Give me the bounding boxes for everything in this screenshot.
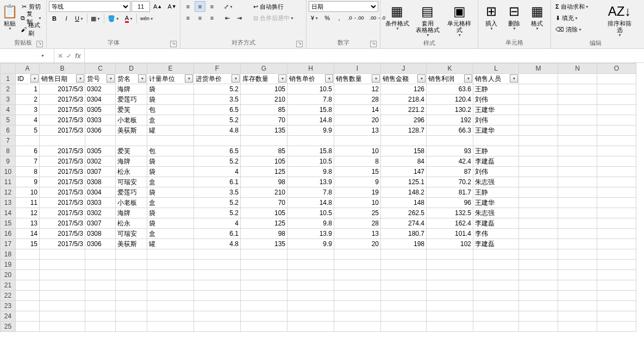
cell[interactable] (519, 125, 558, 136)
cell[interactable]: 0305 (85, 146, 116, 156)
cell[interactable] (597, 270, 636, 280)
cell[interactable] (334, 249, 381, 260)
cell[interactable]: 19 (334, 187, 381, 198)
cell[interactable]: 5.2 (194, 84, 241, 95)
cell[interactable] (194, 280, 241, 291)
row-header[interactable]: 21 (1, 280, 16, 291)
cell[interactable]: 12 (16, 208, 40, 218)
cell[interactable]: 盒 (147, 198, 194, 208)
cell[interactable]: 296 (381, 115, 427, 125)
cell[interactable] (194, 301, 241, 311)
cell[interactable]: 李伟 (473, 229, 519, 239)
align-top-button[interactable]: ≡ (183, 1, 193, 12)
filter-button[interactable]: ▾ (510, 74, 518, 83)
row-header[interactable]: 6 (1, 125, 16, 136)
cell[interactable]: 7.8 (287, 187, 334, 198)
cell[interactable]: 0304 (85, 95, 116, 105)
cell[interactable]: 101.4 (427, 229, 473, 239)
decrease-font-button[interactable]: A▼ (165, 1, 178, 12)
cell[interactable]: 105 (241, 84, 287, 95)
cell[interactable]: 销售日期▾ (40, 74, 85, 84)
cell[interactable]: 11 (16, 198, 40, 208)
cell[interactable] (519, 146, 558, 156)
dialog-launcher-icon[interactable]: ↘ (170, 41, 177, 47)
row-header[interactable]: 5 (1, 115, 16, 125)
cell[interactable]: 袋 (147, 95, 194, 105)
col-header-B[interactable]: B (40, 64, 85, 74)
formula-input[interactable] (85, 49, 644, 62)
cell[interactable]: 148 (381, 198, 427, 208)
filter-button[interactable]: ▾ (107, 74, 115, 83)
cell[interactable]: 6.5 (194, 146, 241, 156)
cell[interactable]: 9.8 (287, 218, 334, 229)
cell[interactable] (85, 280, 116, 291)
cell[interactable]: 98 (241, 177, 287, 187)
autosum-button[interactable]: Σ 自动求和▼ (553, 1, 603, 12)
cell[interactable]: 0306 (85, 239, 116, 249)
cell[interactable] (85, 249, 116, 260)
cell[interactable]: 2017/5/3 (40, 105, 85, 115)
cell[interactable] (241, 260, 287, 270)
col-header-H[interactable]: H (287, 64, 334, 74)
cell[interactable]: 0303 (85, 198, 116, 208)
cell[interactable] (427, 249, 473, 260)
align-right-button[interactable]: ≡ (207, 12, 217, 23)
cell[interactable]: 148.2 (381, 187, 427, 198)
decrease-indent-button[interactable]: ⇤ (222, 12, 233, 23)
cell[interactable]: 130.2 (427, 105, 473, 115)
cell[interactable]: 6.1 (194, 229, 241, 239)
cell[interactable] (85, 301, 116, 311)
enter-icon[interactable]: ✓ (66, 52, 72, 60)
font-family-select[interactable]: 等线 (49, 1, 130, 12)
cell[interactable] (85, 270, 116, 280)
cell[interactable]: 28 (334, 95, 381, 105)
cell[interactable]: 王建华 (473, 125, 519, 136)
cell[interactable] (16, 280, 40, 291)
delete-button[interactable]: ⊟删除▼ (503, 1, 525, 32)
cell[interactable]: 可瑞安 (116, 229, 147, 239)
font-size-input[interactable] (132, 1, 150, 12)
cell[interactable] (427, 291, 473, 301)
cell[interactable] (473, 291, 519, 301)
cell[interactable]: 松永 (116, 218, 147, 229)
cell[interactable]: 10 (16, 187, 40, 198)
row-header[interactable]: 17 (1, 239, 16, 249)
cell[interactable] (519, 322, 558, 332)
cell[interactable] (597, 105, 636, 115)
cell[interactable] (558, 84, 597, 95)
cell[interactable] (381, 136, 427, 146)
cell[interactable]: 4 (194, 218, 241, 229)
cell[interactable] (334, 260, 381, 270)
cell[interactable]: 2 (16, 95, 40, 105)
cell[interactable]: 14.8 (287, 198, 334, 208)
cell[interactable]: 2017/5/3 (40, 177, 85, 187)
cell[interactable] (287, 249, 334, 260)
cell[interactable]: 10.5 (287, 156, 334, 167)
cell[interactable]: 美荻斯 (116, 239, 147, 249)
cell[interactable]: 包 (147, 105, 194, 115)
cell[interactable]: 王建华 (473, 105, 519, 115)
cell[interactable]: 海牌 (116, 84, 147, 95)
cell[interactable]: 198 (381, 239, 427, 249)
wrap-text-button[interactable]: ↩ 自动换行 (251, 1, 305, 12)
cell[interactable] (241, 280, 287, 291)
row-header[interactable]: 15 (1, 218, 16, 229)
cell[interactable] (597, 177, 636, 187)
cell[interactable]: 210 (241, 95, 287, 105)
cell[interactable]: 84 (381, 156, 427, 167)
cell[interactable]: 李建磊 (473, 239, 519, 249)
cell[interactable] (558, 229, 597, 239)
cell[interactable] (519, 260, 558, 270)
cell[interactable]: 105 (241, 208, 287, 218)
cell[interactable] (381, 311, 427, 322)
cell[interactable]: 0302 (85, 84, 116, 95)
cell[interactable] (85, 291, 116, 301)
filter-button[interactable]: ▾ (325, 74, 333, 83)
cell[interactable]: 爱莲巧 (116, 95, 147, 105)
cell[interactable]: 13 (16, 218, 40, 229)
cell[interactable]: 李建磊 (473, 156, 519, 167)
col-header-A[interactable]: A (16, 64, 40, 74)
cell[interactable]: 7 (16, 156, 40, 167)
cell[interactable] (558, 291, 597, 301)
cell[interactable] (597, 291, 636, 301)
